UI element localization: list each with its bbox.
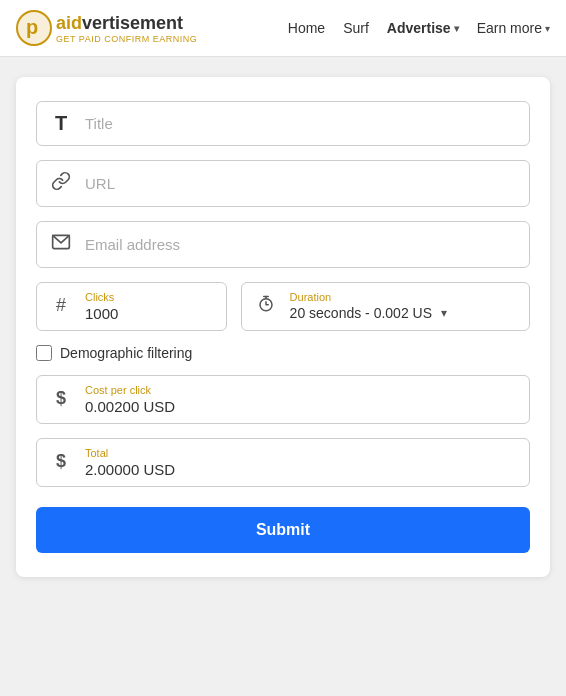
cost-label: Cost per click (85, 384, 517, 396)
url-input[interactable] (85, 175, 517, 192)
email-input[interactable] (85, 236, 517, 253)
nav-earn-more[interactable]: Earn more ▾ (477, 20, 550, 36)
nav-home[interactable]: Home (288, 20, 325, 36)
logo-text: aidvertisement GET PAID CONFIRM EARNING (56, 13, 197, 44)
demographic-row: Demographic filtering (36, 345, 530, 361)
url-field-row (36, 160, 530, 207)
logo-paid: aid (56, 13, 82, 33)
cost-field-row: $ Cost per click 0.00200 USD (36, 375, 530, 424)
timer-icon (254, 295, 278, 318)
duration-label: Duration (290, 291, 517, 303)
nav-links: Home Surf Advertise ▾ Earn more ▾ (288, 20, 550, 36)
main-content: T (0, 57, 566, 597)
duration-select-wrap: 20 seconds - 0.002 US ▾ (290, 305, 517, 321)
title-icon: T (49, 112, 73, 135)
navbar: p aidvertisement GET PAID CONFIRM EARNIN… (0, 0, 566, 57)
cost-value: 0.00200 USD (85, 398, 517, 415)
logo-tagline: GET PAID CONFIRM EARNING (56, 34, 197, 44)
clicks-input[interactable] (85, 305, 214, 322)
dollar-icon: $ (49, 388, 73, 409)
submit-button[interactable]: Submit (36, 507, 530, 553)
duration-select[interactable]: 20 seconds - 0.002 US (290, 305, 449, 321)
demographic-label: Demographic filtering (60, 345, 192, 361)
nav-advertise-label: Advertise (387, 20, 451, 36)
duration-stacked: Duration 20 seconds - 0.002 US ▾ (290, 291, 517, 321)
svg-text:p: p (26, 16, 38, 38)
total-stacked: Total 2.00000 USD (85, 447, 517, 478)
dollar-total-icon: $ (49, 451, 73, 472)
logo-advert: vertisement (82, 13, 183, 33)
demographic-checkbox[interactable] (36, 345, 52, 361)
hash-icon: # (49, 295, 73, 316)
clicks-field-row: # Clicks (36, 282, 227, 331)
logo-icon: p (16, 10, 52, 46)
duration-field-row: Duration 20 seconds - 0.002 US ▾ (241, 282, 530, 331)
title-input[interactable] (85, 115, 517, 132)
total-field-row: $ Total 2.00000 USD (36, 438, 530, 487)
chevron-down-icon: ▾ (454, 23, 459, 34)
clicks-label: Clicks (85, 291, 214, 303)
email-field-row (36, 221, 530, 268)
nav-surf[interactable]: Surf (343, 20, 369, 36)
logo: p aidvertisement GET PAID CONFIRM EARNIN… (16, 10, 197, 46)
form-card: T (16, 77, 550, 577)
nav-advertise[interactable]: Advertise ▾ (387, 20, 459, 36)
chevron-down-icon: ▾ (441, 306, 447, 320)
nav-earn-more-label: Earn more (477, 20, 542, 36)
total-value: 2.00000 USD (85, 461, 517, 478)
title-field-row: T (36, 101, 530, 146)
link-icon (49, 171, 73, 196)
clicks-stacked: Clicks (85, 291, 214, 322)
cost-stacked: Cost per click 0.00200 USD (85, 384, 517, 415)
chevron-down-icon: ▾ (545, 23, 550, 34)
email-icon (49, 232, 73, 257)
clicks-duration-row: # Clicks Duration (36, 282, 530, 331)
total-label: Total (85, 447, 517, 459)
